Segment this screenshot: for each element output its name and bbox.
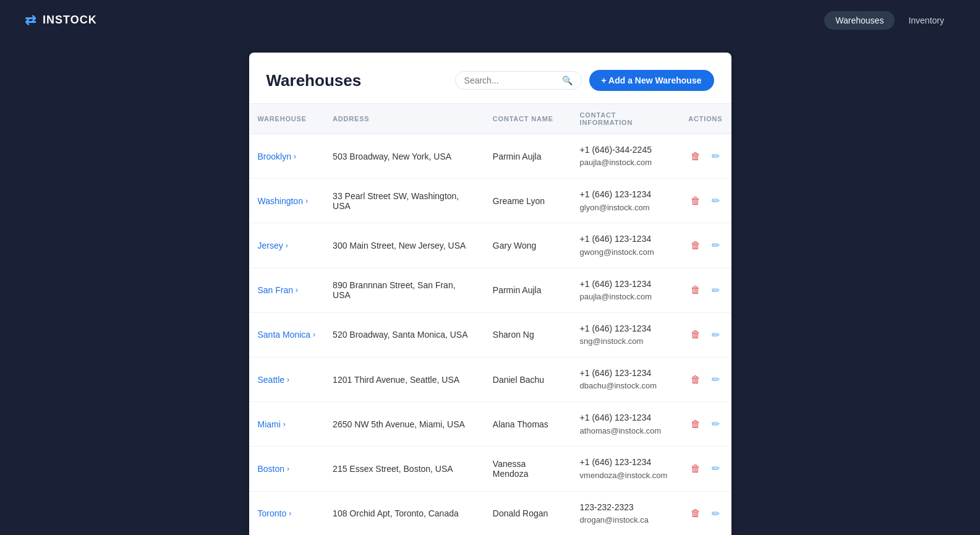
warehouse-name-link[interactable]: Seattle › [258, 375, 316, 385]
trash-icon: 🗑 [691, 329, 701, 340]
page-header: Warehouses 🔍 + Add a New Warehouse [249, 53, 731, 103]
table-header-row: WAREHOUSEADDRESSCONTACT NAMECONTACT INFO… [249, 104, 731, 134]
warehouse-contact-name-cell: Sharon Ng [484, 312, 571, 357]
contact-email: sng@instock.com [580, 335, 671, 348]
warehouse-name-cell: Miami › [249, 402, 325, 447]
page-header-right: 🔍 + Add a New Warehouse [455, 70, 714, 91]
edit-icon: ✏ [712, 150, 720, 162]
warehouse-address-cell: 300 Main Street, New Jersey, USA [324, 223, 484, 268]
contact-phone: +1 (646) 123-1234 [580, 455, 671, 469]
warehouse-contact-info-cell: +1 (646) 123-1234vmendoza@instock.com [571, 447, 680, 491]
warehouse-name-cell: Jersey › [249, 223, 325, 268]
contact-phone: +1 (646)-344-2245 [580, 143, 671, 156]
warehouse-contact-name-cell: Greame Lyon [484, 179, 571, 223]
trash-icon: 🗑 [691, 463, 701, 474]
warehouse-actions-cell: 🗑 ✏ [680, 491, 731, 535]
warehouse-name-link[interactable]: Washington › [258, 196, 316, 206]
contact-phone: 123-232-2323 [580, 500, 671, 514]
warehouse-contact-info-cell: +1 (646)-344-2245paujla@instock.com [571, 134, 680, 179]
delete-button[interactable]: 🗑 [688, 461, 703, 477]
warehouse-address-cell: 503 Broadway, New York, USA [324, 134, 484, 179]
table-row: Miami ›2650 NW 5th Avenue, Miami, USAAla… [249, 402, 731, 447]
edit-button[interactable]: ✏ [709, 371, 722, 388]
warehouse-actions-cell: 🗑 ✏ [680, 402, 731, 447]
warehouse-contact-info-cell: +1 (646) 123-1234sng@instock.com [571, 312, 680, 357]
delete-button[interactable]: 🗑 [688, 327, 703, 343]
edit-button[interactable]: ✏ [709, 192, 722, 209]
delete-button[interactable]: 🗑 [688, 148, 703, 165]
warehouse-contact-name-cell: Daniel Bachu [484, 357, 571, 401]
nav-item-warehouses[interactable]: Warehouses [824, 11, 895, 30]
contact-email: paujla@instock.com [580, 291, 671, 304]
warehouse-address-cell: 2650 NW 5th Avenue, Miami, USA [324, 402, 484, 447]
warehouse-name-link[interactable]: Brooklyn › [258, 152, 316, 161]
edit-button[interactable]: ✏ [709, 148, 722, 165]
edit-icon: ✏ [712, 329, 720, 341]
delete-button[interactable]: 🗑 [688, 416, 703, 432]
chevron-icon: › [286, 241, 288, 250]
warehouse-name-cell: Toronto › [249, 491, 325, 535]
warehouse-name-cell: Brooklyn › [249, 134, 325, 179]
col-header-warehouse: WAREHOUSE [249, 104, 325, 134]
warehouse-contact-name-cell: Parmin Aujla [484, 268, 571, 312]
delete-button[interactable]: 🗑 [688, 282, 703, 298]
chevron-icon: › [287, 464, 289, 473]
warehouse-name-cell: San Fran › [249, 268, 325, 312]
search-box: 🔍 [455, 71, 582, 90]
delete-button[interactable]: 🗑 [688, 238, 703, 254]
table-row: Seattle ›1201 Third Avenue, Seattle, USA… [249, 357, 731, 401]
page-title: Warehouses [266, 71, 362, 90]
main-header: ⇄ INSTOCK WarehousesInventory [0, 0, 980, 40]
nav-item-inventory[interactable]: Inventory [897, 11, 955, 30]
warehouse-name-cell: Seattle › [249, 357, 325, 401]
warehouse-address-cell: 890 Brannnan Street, San Fran, USA [324, 268, 484, 312]
col-header-actions: ACTIONS [680, 104, 731, 134]
chevron-icon: › [289, 509, 291, 518]
table-row: Brooklyn ›503 Broadway, New York, USAPar… [249, 134, 731, 179]
contact-email: gwong@instock.com [580, 246, 671, 259]
edit-button[interactable]: ✏ [709, 416, 722, 432]
delete-button[interactable]: 🗑 [688, 372, 703, 388]
trash-icon: 🗑 [691, 374, 701, 385]
edit-button[interactable]: ✏ [709, 327, 722, 343]
contact-phone: +1 (646) 123-1234 [580, 411, 671, 424]
warehouse-contact-info-cell: 123-232-2323drogan@instock.ca [571, 491, 680, 535]
table-row: Jersey ›300 Main Street, New Jersey, USA… [249, 223, 731, 268]
chevron-icon: › [283, 420, 286, 429]
trash-icon: 🗑 [691, 195, 701, 207]
delete-button[interactable]: 🗑 [688, 193, 703, 209]
contact-phone: +1 (646) 123-1234 [580, 187, 671, 201]
col-header-address: ADDRESS [324, 104, 484, 134]
chevron-icon: › [313, 330, 315, 339]
trash-icon: 🗑 [691, 285, 701, 296]
table-row: Toronto ›108 Orchid Apt, Toronto, Canada… [249, 491, 731, 535]
logo: ⇄ INSTOCK [25, 12, 97, 28]
edit-button[interactable]: ✏ [709, 282, 722, 299]
chevron-icon: › [296, 286, 298, 294]
warehouse-actions-cell: 🗑 ✏ [680, 312, 731, 357]
edit-button[interactable]: ✏ [709, 237, 722, 254]
edit-button[interactable]: ✏ [709, 505, 722, 522]
chevron-icon: › [305, 197, 308, 205]
warehouse-name-link[interactable]: Boston › [258, 464, 316, 474]
search-input[interactable] [464, 75, 557, 85]
warehouse-address-cell: 108 Orchid Apt, Toronto, Canada [324, 491, 484, 535]
chevron-icon: › [287, 375, 289, 384]
delete-button[interactable]: 🗑 [688, 505, 703, 521]
warehouse-name-link[interactable]: Santa Monica › [258, 330, 316, 340]
edit-button[interactable]: ✏ [709, 460, 722, 477]
add-warehouse-button[interactable]: + Add a New Warehouse [589, 70, 714, 91]
trash-icon: 🗑 [691, 508, 701, 519]
contact-phone: +1 (646) 123-1234 [580, 322, 671, 335]
edit-icon: ✏ [712, 463, 720, 474]
warehouse-name-link[interactable]: Jersey › [258, 241, 316, 250]
main-nav: WarehousesInventory [824, 11, 955, 30]
edit-icon: ✏ [712, 195, 720, 207]
warehouse-name-link[interactable]: San Fran › [258, 285, 316, 295]
warehouse-name-cell: Washington › [249, 179, 325, 223]
contact-phone: +1 (646) 123-1234 [580, 366, 671, 380]
warehouse-contact-name-cell: Parmin Aujla [484, 134, 571, 179]
warehouse-name-link[interactable]: Miami › [258, 419, 316, 429]
warehouse-actions-cell: 🗑 ✏ [680, 223, 731, 268]
warehouse-name-link[interactable]: Toronto › [258, 508, 316, 518]
